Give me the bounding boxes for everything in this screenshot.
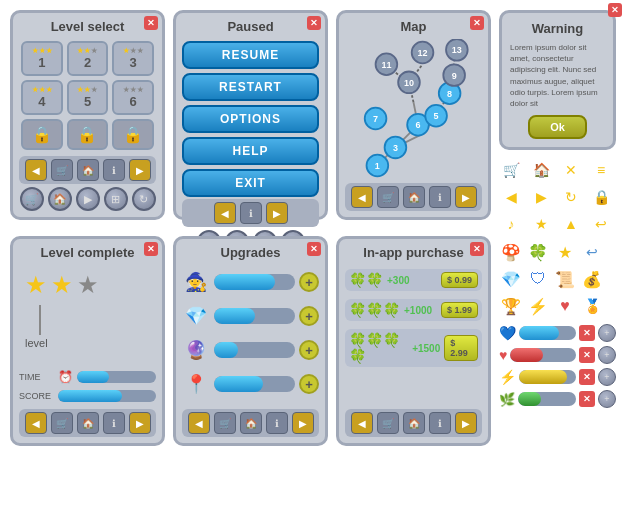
upgrades-next[interactable]: ▶ xyxy=(292,412,314,434)
back-curved-icon[interactable]: ↩ xyxy=(580,240,604,264)
round-refresh-button[interactable]: ↻ xyxy=(132,187,156,211)
cart-icon[interactable]: 🛒 xyxy=(499,158,523,182)
restart-button[interactable]: RESTART xyxy=(182,73,319,101)
side-bar-circle-4[interactable]: + xyxy=(598,390,616,408)
side-bar-wrap-4 xyxy=(518,392,576,406)
map-close-button[interactable]: ✕ xyxy=(470,16,484,30)
home-icon-yellow[interactable]: 🏠 xyxy=(529,158,553,182)
upgrades-nav-bar: ◀ 🛒 🏠 ℹ ▶ xyxy=(182,409,319,437)
paused-prev-button[interactable]: ◀ xyxy=(214,202,236,224)
level-cell-2[interactable]: ★★★ 2 xyxy=(67,41,109,76)
side-bar-circle-3[interactable]: + xyxy=(598,368,616,386)
upgrade-fill-4 xyxy=(214,376,263,392)
complete-home[interactable]: 🏠 xyxy=(77,412,99,434)
options-button[interactable]: OPTIONS xyxy=(182,105,319,133)
exit-button[interactable]: EXIT xyxy=(182,169,319,197)
round-home-button[interactable]: 🏠 xyxy=(48,187,72,211)
round-play-button[interactable]: ▶ xyxy=(76,187,100,211)
upgrades-info[interactable]: ℹ xyxy=(266,412,288,434)
list-icon-yellow[interactable]: ≡ xyxy=(589,158,613,182)
round-grid-button[interactable]: ⊞ xyxy=(104,187,128,211)
purchase-info[interactable]: ℹ xyxy=(429,412,451,434)
refresh-icon-yellow[interactable]: ↻ xyxy=(559,185,583,209)
music-icon-yellow[interactable]: ♪ xyxy=(499,212,523,236)
purchase-close[interactable]: ✕ xyxy=(470,242,484,256)
side-bar-icon-2: ♥ xyxy=(499,347,507,363)
medal-icon[interactable]: 🏅 xyxy=(580,294,604,318)
purchase-price-1[interactable]: $ 0.99 xyxy=(441,272,478,288)
scroll-icon[interactable]: 📜 xyxy=(553,267,577,291)
help-button[interactable]: HELP xyxy=(182,137,319,165)
purchase-row-3[interactable]: 🍀🍀🍀🍀 +1500 $ 2.99 xyxy=(345,329,482,367)
paused-close-button[interactable]: ✕ xyxy=(307,16,321,30)
arrow-up-yellow[interactable]: ▲ xyxy=(559,212,583,236)
arrow-left-yellow[interactable]: ◀ xyxy=(499,185,523,209)
map-next-button[interactable]: ▶ xyxy=(455,186,477,208)
level-complete-close[interactable]: ✕ xyxy=(144,242,158,256)
purchase-prev[interactable]: ◀ xyxy=(351,412,373,434)
level-cell-3[interactable]: ★★★ 3 xyxy=(112,41,154,76)
side-bar-x-2[interactable]: ✕ xyxy=(579,347,595,363)
upgrades-cart[interactable]: 🛒 xyxy=(214,412,236,434)
complete-cart[interactable]: 🛒 xyxy=(51,412,73,434)
purchase-row-2[interactable]: 🍀🍀🍀 +1000 $ 1.99 xyxy=(345,299,482,321)
purchase-home[interactable]: 🏠 xyxy=(403,412,425,434)
round-cart-button[interactable]: 🛒 xyxy=(20,187,44,211)
close-button[interactable]: ✕ xyxy=(144,16,158,30)
map-cart-button[interactable]: 🛒 xyxy=(377,186,399,208)
bag-icon[interactable]: 💰 xyxy=(580,267,604,291)
info-nav-button[interactable]: ℹ xyxy=(103,159,125,181)
arrow-right-yellow[interactable]: ▶ xyxy=(529,185,553,209)
upgrade-plus-4[interactable]: + xyxy=(299,374,319,394)
mushroom-icon[interactable]: 🍄 xyxy=(499,240,523,264)
level-cell-6[interactable]: ★★★ 6 xyxy=(112,80,154,115)
warning-close[interactable]: ✕ xyxy=(608,3,622,17)
level-cell-4[interactable]: ★★★ 4 xyxy=(21,80,63,115)
prev-button[interactable]: ◀ xyxy=(25,159,47,181)
clover-icon[interactable]: 🍀 xyxy=(526,240,550,264)
complete-info[interactable]: ℹ xyxy=(103,412,125,434)
ok-button[interactable]: Ok xyxy=(528,115,587,139)
lightning-icon[interactable]: ⚡ xyxy=(526,294,550,318)
next-button[interactable]: ▶ xyxy=(129,159,151,181)
side-bar-x-4[interactable]: ✕ xyxy=(579,391,595,407)
complete-next[interactable]: ▶ xyxy=(129,412,151,434)
cart-nav-button[interactable]: 🛒 xyxy=(51,159,73,181)
complete-prev[interactable]: ◀ xyxy=(25,412,47,434)
upgrades-close[interactable]: ✕ xyxy=(307,242,321,256)
heart-icon-red[interactable]: ♥ xyxy=(553,294,577,318)
side-bar-circle-2[interactable]: + xyxy=(598,346,616,364)
purchase-cart[interactable]: 🛒 xyxy=(377,412,399,434)
side-bar-circle-1[interactable]: + xyxy=(598,324,616,342)
lock-icon-yellow[interactable]: 🔒 xyxy=(589,185,613,209)
star-icon-gold[interactable]: ★ xyxy=(553,240,577,264)
side-bar-x-3[interactable]: ✕ xyxy=(579,369,595,385)
upgrade-plus-2[interactable]: + xyxy=(299,306,319,326)
back-icon-yellow[interactable]: ↩ xyxy=(589,212,613,236)
upgrade-plus-1[interactable]: + xyxy=(299,272,319,292)
upgrade-bar-2 xyxy=(214,308,295,324)
purchase-price-3[interactable]: $ 2.99 xyxy=(444,335,478,361)
svg-text:13: 13 xyxy=(452,45,462,55)
paused-next-button[interactable]: ▶ xyxy=(266,202,288,224)
purchase-price-2[interactable]: $ 1.99 xyxy=(441,302,478,318)
resume-button[interactable]: RESUME xyxy=(182,41,319,69)
level-cell-5[interactable]: ★★★ 5 xyxy=(67,80,109,115)
level-cell-1[interactable]: ★★★ 1 xyxy=(21,41,63,76)
map-prev-button[interactable]: ◀ xyxy=(351,186,373,208)
x-icon-yellow[interactable]: ✕ xyxy=(559,158,583,182)
star-icon-yellow[interactable]: ★ xyxy=(529,212,553,236)
trophy-icon[interactable]: 🏆 xyxy=(499,294,523,318)
upgrade-plus-3[interactable]: + xyxy=(299,340,319,360)
upgrades-home[interactable]: 🏠 xyxy=(240,412,262,434)
gem-icon[interactable]: 💎 xyxy=(499,267,523,291)
paused-info-button[interactable]: ℹ xyxy=(240,202,262,224)
map-home-button[interactable]: 🏠 xyxy=(403,186,425,208)
shield-icon-blue[interactable]: 🛡 xyxy=(526,267,550,291)
upgrades-prev[interactable]: ◀ xyxy=(188,412,210,434)
side-bar-x-1[interactable]: ✕ xyxy=(579,325,595,341)
home-nav-button[interactable]: 🏠 xyxy=(77,159,99,181)
map-info-button[interactable]: ℹ xyxy=(429,186,451,208)
purchase-row-1[interactable]: 🍀🍀 +300 $ 0.99 xyxy=(345,269,482,291)
purchase-next[interactable]: ▶ xyxy=(455,412,477,434)
